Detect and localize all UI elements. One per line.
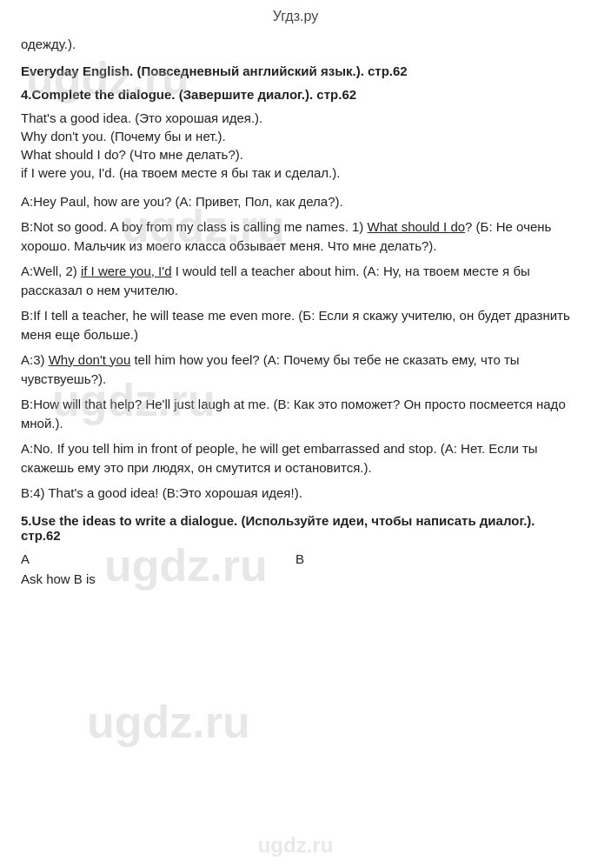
section-header: Everyday English. (Повседневный английск… (21, 63, 570, 78)
phrase-item: Why don't you. (Почему бы и нет.). (21, 129, 570, 144)
col-a-label: A (21, 551, 296, 566)
phrase-item: if I were you, I'd. (на твоем месте я бы… (21, 165, 570, 180)
speaker-a: A: (21, 352, 33, 367)
dialogue-line-a2: A:Well, 2) if I were you, I'd I would te… (21, 262, 570, 301)
speaker-a: A: (21, 264, 33, 278)
col-b-label: B (296, 551, 570, 566)
ab-header-row: A B (21, 551, 570, 566)
site-title: Угдз.ру (273, 9, 318, 23)
page-header: Угдз.ру (0, 0, 591, 30)
underline-phrase-3: Why don't you (49, 352, 131, 367)
underline-phrase-2: if I were you, I'd (81, 264, 172, 278)
top-line: одежду.). (21, 37, 570, 51)
phrase-item: What should I do? (Что мне делать?). (21, 147, 570, 162)
dialogue-line-b1: B:Not so good. A boy from my class is ca… (21, 217, 570, 257)
phrase-item: That's a good idea. (Это хорошая идея.). (21, 110, 570, 125)
underline-phrase-1: What should I do (368, 219, 466, 234)
dialogue-text: 4) That's a good idea! (В:Это хорошая ид… (33, 485, 302, 500)
dialogue-line-b2: B:If I tell a teacher, he will tease me … (21, 306, 570, 345)
watermark-5: ugdz.ru (87, 696, 250, 748)
dialogue-text: If I tell a teacher, he will tease me ev… (21, 308, 570, 343)
dialogue-text: 3) Why don't you tell him how you feel? … (21, 352, 520, 387)
dialogue-line-b4: B:4) That's a good idea! (В:Это хорошая … (21, 484, 570, 504)
dialogue-line-a1: A:Hey Paul, how are you? (А: Привет, Пол… (21, 192, 570, 212)
speaker-b: B: (21, 485, 33, 500)
task5-header: 5.Use the ideas to write a dialogue. (Ис… (21, 513, 570, 543)
dialogue-text: Well, 2) if I were you, I'd I would tell… (21, 264, 530, 298)
dialogue-text: Not so good. A boy from my class is call… (21, 219, 551, 254)
dialogue-line-a4: A:No. If you tell him in front of people… (21, 439, 570, 478)
dialogue-text: Hey Paul, how are you? (А: Привет, Пол, … (33, 194, 343, 209)
speaker-b: B: (21, 219, 33, 234)
task4-header: 4.Complete the dialogue. (Завершите диал… (21, 87, 570, 102)
dialogue-line-a3: A:3) Why don't you tell him how you feel… (21, 351, 570, 390)
speaker-b: B: (21, 397, 33, 411)
dialogue-text: No. If you tell him in front of people, … (21, 441, 538, 476)
speaker-b: B: (21, 308, 33, 323)
footer-watermark: ugdz.ru (258, 833, 334, 858)
dialogue-line-b3: B:How will that help? He'll just laugh a… (21, 395, 570, 434)
phrase-list: That's a good idea. (Это хорошая идея.).… (21, 110, 570, 180)
ask-how-b-is: Ask how B is (21, 571, 570, 586)
speaker-a: A: (21, 194, 33, 209)
dialogue-text: How will that help? He'll just laugh at … (21, 397, 566, 431)
speaker-a: A: (21, 441, 33, 456)
